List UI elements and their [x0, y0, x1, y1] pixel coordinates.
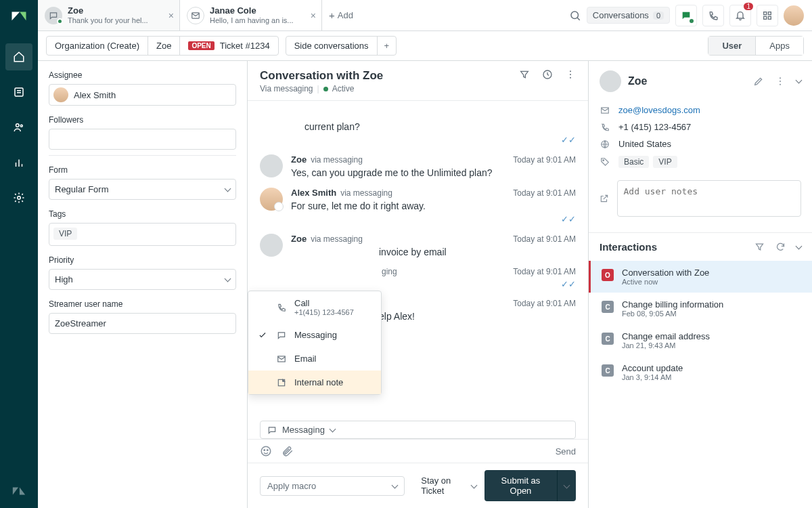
chevron-down-icon[interactable]	[796, 76, 801, 87]
tab-title: Zoe	[68, 5, 148, 16]
nav-admin[interactable]	[5, 184, 32, 211]
svg-point-22	[264, 450, 265, 451]
history-icon[interactable]	[542, 69, 553, 80]
nav-customers[interactable]	[5, 114, 32, 141]
conversation-title: Conversation with Zoe	[260, 69, 519, 83]
filter-icon[interactable]	[754, 242, 765, 252]
nav-reporting[interactable]	[5, 149, 32, 176]
reply-option-internal-note[interactable]: Internal note	[248, 371, 381, 394]
edit-icon[interactable]	[753, 76, 764, 87]
breadcrumb-org[interactable]: Organization (Create)	[47, 37, 148, 55]
email-icon	[275, 354, 288, 364]
assignee-field[interactable]: Alex Smith	[49, 84, 236, 106]
messaging-icon	[45, 7, 62, 24]
delivered-icon: ✓✓	[291, 135, 576, 145]
avatar	[260, 188, 283, 211]
svg-point-26	[780, 84, 781, 85]
messaging-icon	[275, 331, 288, 340]
close-icon[interactable]: ×	[168, 10, 174, 21]
filter-icon[interactable]	[519, 69, 530, 80]
apply-macro-select[interactable]: Apply macro	[260, 476, 405, 496]
apps-grid-icon[interactable]	[757, 5, 778, 26]
form-select[interactable]: Regular Form	[49, 179, 236, 200]
svg-rect-12	[764, 12, 767, 14]
side-conversations-label[interactable]: Side conversations	[286, 37, 377, 55]
requester-phone: +1 (415) 123-4567	[618, 122, 691, 132]
svg-point-10	[571, 12, 579, 19]
chat-icon[interactable]	[675, 5, 697, 26]
requester-email[interactable]: zoe@lovesdogs.com	[618, 105, 700, 115]
conversations-chip[interactable]: Conversations 0	[587, 7, 670, 24]
emoji-icon[interactable]	[260, 445, 272, 457]
tab-janae[interactable]: Janae Cole Hello, I am having an is... ×	[180, 0, 322, 30]
tab-zoe[interactable]: Zoe Thank you for your hel... ×	[38, 0, 180, 30]
streamer-input[interactable]	[49, 313, 236, 334]
svg-point-18	[570, 77, 571, 79]
message-list[interactable]: current plan? ✓✓ Zoevia messagingToday a…	[248, 101, 588, 417]
add-side-conversation-button[interactable]: +	[377, 37, 397, 55]
submit-button[interactable]: Submit as Open	[484, 470, 557, 501]
interactions-title: Interactions	[600, 241, 754, 253]
reply-channel-selector[interactable]: Messaging	[260, 421, 576, 439]
status-badge: C	[602, 364, 614, 377]
chevron-down-icon[interactable]	[796, 242, 801, 252]
composer: Send	[248, 439, 588, 463]
tab-apps[interactable]: Apps	[756, 37, 803, 55]
add-tab-button[interactable]: +Add	[329, 9, 353, 21]
phone-icon[interactable]	[702, 5, 724, 26]
requester-location: United States	[618, 139, 671, 149]
note-icon	[275, 378, 288, 387]
nav-home[interactable]	[5, 43, 32, 70]
interaction-item[interactable]: O Conversation with ZoeActive now	[589, 261, 812, 293]
phone-icon	[275, 303, 288, 312]
more-icon[interactable]	[565, 69, 576, 80]
interaction-item[interactable]: C Account updateJan 3, 9:14 AM	[589, 356, 812, 388]
tab-user[interactable]: User	[708, 37, 756, 55]
context-panel: Zoe zoe@lovesdogs.com +1 (415) 123-4567 …	[589, 61, 812, 508]
globe-icon	[600, 140, 610, 149]
reply-option-email[interactable]: Email	[248, 347, 381, 371]
status-badge: OPEN	[188, 41, 214, 50]
tab-subtitle: Thank you for your hel...	[68, 16, 148, 25]
phone-icon	[600, 123, 610, 132]
brand-logo	[9, 9, 28, 28]
followers-input[interactable]	[49, 129, 236, 150]
tags-input[interactable]: VIP	[49, 223, 236, 246]
tab-add[interactable]: +Add	[322, 0, 360, 30]
delivered-icon: ✓✓	[291, 214, 576, 224]
message: Zoevia messagingToday at 9:01 AM Yes, ca…	[260, 154, 576, 178]
attachment-icon[interactable]	[281, 445, 294, 457]
interaction-item[interactable]: C Change email addressJan 21, 9:43 AM	[589, 324, 812, 356]
avatar	[260, 234, 283, 257]
right-panel-toggle: User Apps	[708, 36, 804, 56]
interaction-item[interactable]: C Change billing informationFeb 08, 9:05…	[589, 293, 812, 324]
status-badge: O	[602, 269, 614, 281]
breadcrumb-user[interactable]: Zoe	[148, 37, 180, 55]
form-label: Form	[49, 165, 236, 175]
send-button[interactable]: Send	[556, 446, 576, 457]
user-notes-input[interactable]	[617, 180, 801, 217]
svg-line-11	[577, 18, 580, 20]
stay-on-ticket-button[interactable]: Stay on Ticket	[421, 475, 476, 496]
submit-dropdown[interactable]	[557, 470, 576, 501]
more-icon[interactable]	[775, 76, 786, 87]
status-badge: C	[602, 333, 614, 345]
svg-rect-14	[764, 16, 767, 19]
priority-select[interactable]: High	[49, 269, 236, 290]
current-user-avatar[interactable]	[784, 5, 804, 26]
nav-views[interactable]	[5, 79, 32, 106]
close-icon[interactable]: ×	[311, 10, 316, 21]
context-bar: Organization (Create) Zoe OPEN Ticket #1…	[38, 31, 812, 61]
search-icon[interactable]	[569, 9, 581, 22]
conversations-count: 0	[653, 12, 664, 20]
svg-rect-15	[768, 16, 771, 19]
check-icon	[258, 331, 269, 340]
message: Alex Smithvia messagingToday at 9:01 AM …	[260, 188, 576, 224]
tab-title: Janae Cole	[210, 5, 294, 16]
message: gingToday at 9:01 AM ✓✓	[260, 267, 576, 289]
breadcrumb-ticket[interactable]: OPEN Ticket #1234	[180, 37, 277, 55]
reply-option-messaging[interactable]: Messaging	[248, 323, 381, 347]
bell-icon[interactable]: 1	[729, 5, 751, 26]
refresh-icon[interactable]	[775, 242, 786, 252]
reply-option-call[interactable]: Call+1(415) 123-4567	[248, 291, 381, 323]
